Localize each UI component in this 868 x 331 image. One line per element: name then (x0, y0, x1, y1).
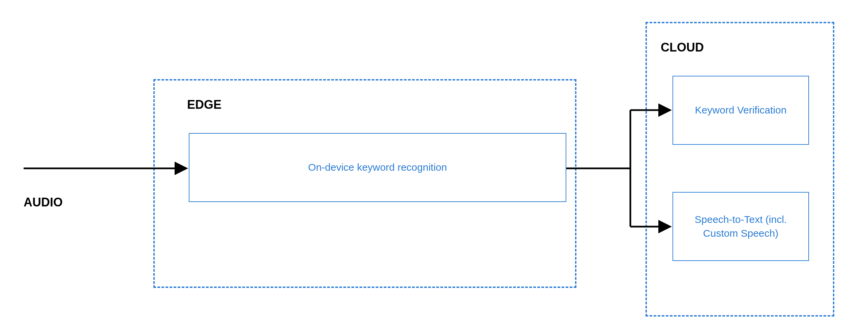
speech-to-text-box: Speech-to-Text (incl. Custom Speech) (672, 192, 809, 261)
keyword-verification-box: Keyword Verification (672, 76, 809, 145)
keyword-verification-text: Keyword Verification (695, 103, 787, 117)
on-device-keyword-recognition-text: On-device keyword recognition (308, 161, 447, 174)
cloud-title: CLOUD (661, 40, 704, 55)
speech-to-text-text: Speech-to-Text (incl. Custom Speech) (683, 213, 798, 240)
on-device-keyword-recognition-box: On-device keyword recognition (189, 133, 566, 202)
audio-label: AUDIO (24, 195, 63, 209)
cloud-container (646, 22, 834, 317)
edge-title: EDGE (187, 98, 221, 112)
diagram-root: AUDIO EDGE On-device keyword recognition… (0, 0, 868, 331)
